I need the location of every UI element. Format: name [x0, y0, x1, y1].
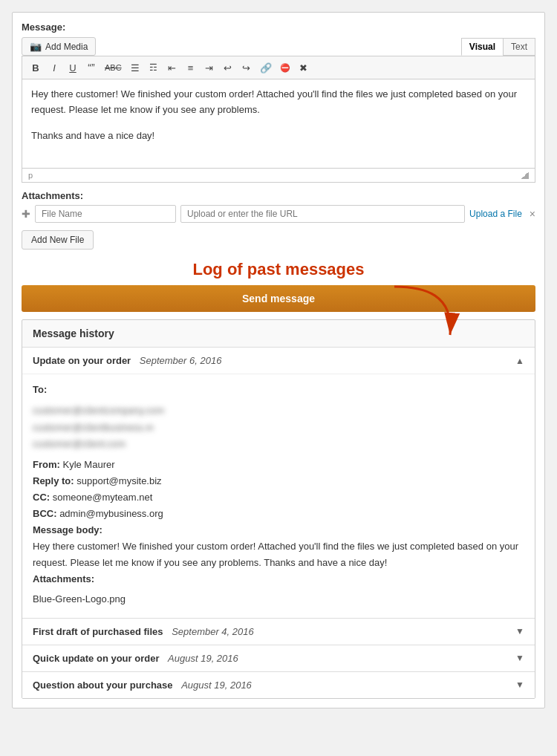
history-item-2-header[interactable]: First draft of purchased files September… [22, 619, 535, 645]
file-url-input[interactable] [180, 205, 465, 223]
media-icon: 📷 [30, 41, 42, 52]
history-item-1-toggle: ▲ [515, 356, 524, 366]
from-value: Kyle Maurer [62, 459, 114, 470]
editor-tabs: Visual Text [461, 38, 535, 56]
message-editor-body[interactable]: Hey there customer! We finished your cus… [22, 79, 535, 169]
cc-row: CC: someone@myteam.net [33, 489, 524, 506]
attachment-row: ✚ Upload a File × [22, 205, 535, 223]
history-item-4: Question about your purchase August 19, … [22, 672, 535, 698]
reply-to-label: Reply to: [33, 475, 74, 486]
attachments-section: Attachments: ✚ Upload a File × Add New F… [22, 190, 535, 250]
resize-handle[interactable] [521, 172, 529, 179]
history-item-2-toggle: ▼ [515, 626, 524, 636]
attachment-file-row: Blue-Green-Logo.png [33, 591, 524, 607]
history-item-3: Quick update on your order August 19, 20… [22, 645, 535, 672]
history-item-1-title: Update on your order [33, 355, 131, 366]
toolbar-undo[interactable]: ↩ [220, 61, 236, 75]
toolbar-ol[interactable]: ☶ [146, 61, 162, 74]
history-item-4-toggle: ▼ [515, 680, 524, 690]
cc-label: CC: [33, 492, 50, 503]
editor-tag: p [28, 171, 33, 180]
bcc-row: BCC: admin@mybusiness.org [33, 506, 524, 522]
toolbar-fullscreen[interactable]: ✖ [296, 61, 312, 75]
history-item-2-title-row: First draft of purchased files September… [33, 626, 254, 637]
blurred-email-1-text: customer@clientcompany.com [33, 403, 164, 419]
message-body-value: Hey there customer! We finished your cus… [33, 541, 518, 568]
attachment-file-name: Blue-Green-Logo.png [33, 593, 126, 605]
toolbar-blockquote[interactable]: “” [83, 60, 100, 75]
toolbar-bold[interactable]: B [27, 61, 44, 75]
blurred-email-2-text: customer@clientbusiness.m [33, 420, 154, 436]
tab-text[interactable]: Text [503, 38, 535, 56]
blurred-email-3-text: customer@client.com [33, 436, 126, 452]
history-item-4-date: August 19, 2016 [181, 680, 252, 691]
toolbar-align-right[interactable]: ⇥ [201, 61, 218, 75]
history-item-4-title-row: Question about your purchase August 19, … [33, 680, 252, 691]
message-body-line2: Thanks and have a nice day! [31, 128, 526, 144]
from-label: From: [33, 459, 60, 470]
history-item-4-title: Question about your purchase [33, 680, 173, 691]
upload-file-link[interactable]: Upload a File [469, 209, 522, 219]
bcc-label: BCC: [33, 508, 57, 519]
history-item-3-title: Quick update on your order [33, 653, 159, 664]
blurred-email-1: customer@clientcompany.com [33, 403, 524, 419]
to-section: To: [33, 382, 524, 398]
history-item-3-toggle: ▼ [515, 653, 524, 663]
toolbar-align-center[interactable]: ≡ [183, 61, 199, 75]
message-body-line1: Hey there customer! We finished your cus… [31, 87, 526, 118]
message-body-field-label: Message body: [33, 524, 102, 535]
main-container: Message: 📷 Add Media Visual Text B I U “… [12, 12, 545, 708]
toolbar-underline[interactable]: U [65, 61, 81, 75]
history-item-2: First draft of purchased files September… [22, 619, 535, 645]
history-item-1-date: September 6, 2016 [140, 355, 222, 366]
reply-to-row: Reply to: support@mysite.biz [33, 473, 524, 489]
toolbar-strikethrough[interactable]: ABC [102, 62, 125, 74]
toolbar-redo[interactable]: ↪ [238, 61, 255, 75]
blurred-email-3: customer@client.com [33, 436, 524, 452]
from-row: From: Kyle Maurer [33, 457, 524, 473]
history-item-1: Update on your order September 6, 2016 ▲… [22, 348, 535, 618]
history-item-1-title-row: Update on your order September 6, 2016 [33, 355, 221, 366]
history-item-3-title-row: Quick update on your order August 19, 20… [33, 653, 238, 664]
annotation-text: Log of past messages [192, 260, 364, 279]
add-new-file-button[interactable]: Add New File [22, 230, 94, 250]
add-media-button[interactable]: 📷 Add Media [22, 37, 96, 56]
editor-footer: p [22, 169, 535, 183]
attachments-field-label: Attachments: [33, 573, 94, 584]
annotation-area: Log of past messages [22, 257, 535, 279]
tab-visual[interactable]: Visual [461, 38, 503, 56]
history-item-4-header[interactable]: Question about your purchase August 19, … [22, 672, 535, 698]
toolbar-align-left[interactable]: ⇤ [164, 61, 180, 75]
remove-attachment-icon[interactable]: × [530, 208, 535, 220]
attachments-label-row: Attachments: [33, 571, 524, 587]
reply-to-value: support@mysite.biz [76, 475, 161, 486]
toolbar-ul[interactable]: ☰ [127, 61, 143, 75]
message-label: Message: [22, 22, 535, 33]
bcc-value: admin@mybusiness.org [59, 508, 163, 519]
message-history: Message history Update on your order Sep… [22, 319, 535, 698]
history-item-2-title: First draft of purchased files [33, 626, 163, 637]
history-item-2-date: September 4, 2016 [172, 626, 254, 637]
annotation-arrow [380, 279, 469, 346]
history-item-3-date: August 19, 2016 [168, 653, 238, 664]
history-item-1-header[interactable]: Update on your order September 6, 2016 ▲ [22, 348, 535, 374]
toolbar-unlink[interactable]: ⛔ [277, 62, 293, 74]
attachments-label: Attachments: [22, 190, 535, 201]
to-label: To: [33, 384, 47, 395]
add-media-label: Add Media [45, 42, 88, 52]
editor-top-row: 📷 Add Media Visual Text [22, 37, 535, 56]
message-body-value-row: Hey there customer! We finished your cus… [33, 538, 524, 571]
editor-toolbar: B I U “” ABC ☰ ☶ ⇤ ≡ ⇥ ↩ ↪ 🔗 ⛔ ✖ [22, 56, 535, 79]
history-item-3-header[interactable]: Quick update on your order August 19, 20… [22, 645, 535, 671]
history-item-1-body: To: customer@clientcompany.com customer@… [22, 374, 535, 617]
toolbar-link[interactable]: 🔗 [257, 61, 275, 75]
file-name-input[interactable] [35, 205, 176, 223]
blurred-email-2: customer@clientbusiness.m [33, 420, 524, 436]
message-body-label-row: Message body: [33, 522, 524, 538]
drag-handle-icon[interactable]: ✚ [22, 208, 30, 220]
toolbar-italic[interactable]: I [46, 61, 62, 75]
cc-value: someone@myteam.net [53, 492, 153, 503]
